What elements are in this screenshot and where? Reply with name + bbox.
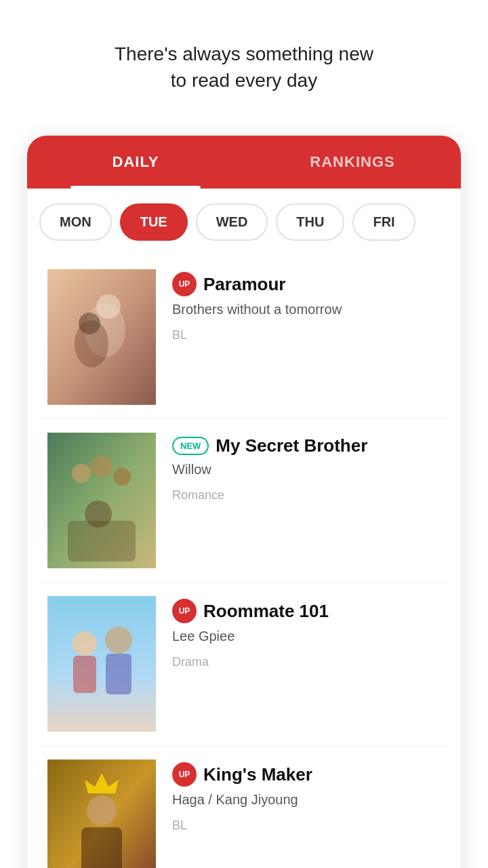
comic-info: UP Paramour Brothers without a tomorrow … [156,269,441,342]
comic-author: Willow [172,462,441,477]
tab-daily[interactable]: DAILY [27,136,244,189]
day-tue[interactable]: TUE [120,203,188,241]
comic-item[interactable]: UP Roommate 101 Lee Gpiee Drama [41,583,447,746]
day-mon[interactable]: MON [39,203,112,241]
svg-point-12 [73,631,97,656]
svg-rect-11 [47,596,156,732]
day-fri[interactable]: FRI [352,203,415,241]
svg-point-8 [113,468,131,486]
svg-point-7 [91,456,113,477]
comic-title: Roommate 101 [203,601,329,622]
comic-info: UP King's Maker Haga / Kang Jiyoung BL [156,760,441,833]
header-subtitle: There's always something newto read ever… [27,41,461,94]
svg-point-4 [79,313,100,334]
svg-point-18 [87,795,117,825]
card-container: DAILY RANKINGS MON TUE WED THU FRI [27,136,461,868]
comic-item[interactable]: NEW My Secret Brother Willow Romance [41,419,447,583]
svg-rect-13 [73,656,96,693]
tab-rankings[interactable]: RANKINGS [244,136,461,189]
svg-point-14 [105,627,132,654]
badge-up: UP [172,272,197,296]
comic-author: Lee Gpiee [172,629,441,644]
tab-bar: DAILY RANKINGS [27,136,461,189]
svg-point-3 [96,294,121,319]
badge-new: NEW [172,437,209,455]
comic-genre: Drama [172,655,441,669]
badge-up: UP [172,599,197,623]
svg-rect-15 [106,654,131,694]
svg-rect-10 [68,521,136,561]
comic-author: Haga / Kang Jiyoung [172,792,441,808]
comic-title: Paramour [203,274,285,295]
comic-genre: BL [172,328,441,342]
comic-genre: BL [172,818,441,833]
comic-title: My Secret Brother [216,435,367,456]
day-wed[interactable]: WED [196,203,268,241]
comic-cover [47,269,156,405]
comic-info: NEW My Secret Brother Willow Romance [156,433,441,502]
comic-cover [47,760,156,868]
comic-cover [47,596,156,732]
comic-cover [47,433,156,568]
comic-genre: Romance [172,488,441,502]
comic-item[interactable]: UP Paramour Brothers without a tomorrow … [41,256,447,419]
day-selector: MON TUE WED THU FRI [27,189,461,256]
comic-info: UP Roommate 101 Lee Gpiee Drama [156,596,441,669]
header-section: There's always something newto read ever… [0,0,488,122]
day-thu[interactable]: THU [276,203,344,241]
svg-point-6 [72,464,91,483]
svg-rect-19 [81,827,122,868]
comics-list: UP Paramour Brothers without a tomorrow … [27,256,461,868]
comic-item[interactable]: UP King's Maker Haga / Kang Jiyoung BL [41,746,447,868]
badge-up: UP [172,762,197,787]
comic-author: Brothers without a tomorrow [172,302,441,317]
comic-title: King's Maker [203,764,312,785]
